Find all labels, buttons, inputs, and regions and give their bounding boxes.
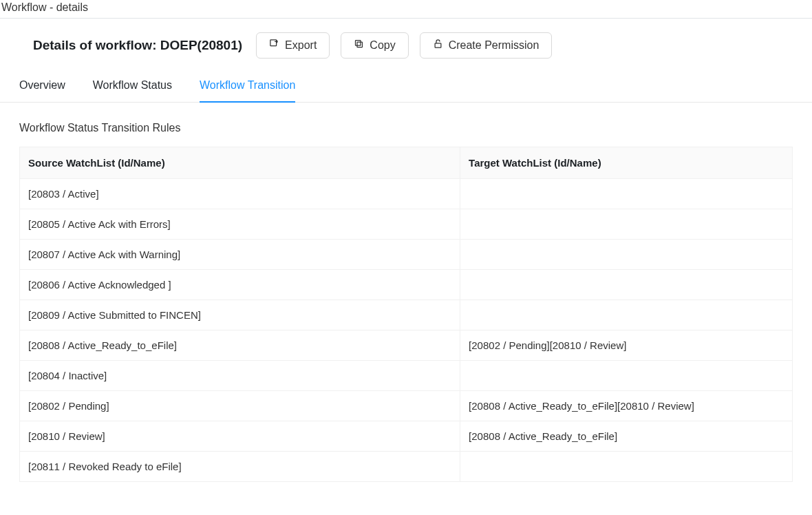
svg-rect-3	[435, 43, 441, 48]
source-cell: [20809 / Active Submitted to FINCEN]	[20, 300, 460, 330]
page-header: Details of workflow: DOEP(20801) Export …	[0, 19, 812, 67]
table-row: [20807 / Active Ack with Warning]	[20, 240, 793, 270]
target-cell	[460, 209, 793, 240]
svg-rect-2	[356, 41, 361, 46]
export-icon	[269, 38, 279, 53]
lock-icon	[433, 38, 443, 53]
column-header-source: Source WatchList (Id/Name)	[20, 147, 460, 179]
table-row: [20809 / Active Submitted to FINCEN]	[20, 300, 793, 330]
export-button[interactable]: Export	[256, 32, 330, 59]
source-cell: [20805 / Active Ack with Errors]	[20, 209, 460, 240]
target-cell	[460, 240, 793, 270]
target-cell	[460, 452, 793, 482]
create-permission-button[interactable]: Create Permission	[420, 32, 553, 59]
table-row: [20802 / Pending][20808 / Active_Ready_t…	[20, 391, 793, 421]
export-button-label: Export	[285, 38, 317, 53]
tabs: Overview Workflow Status Workflow Transi…	[0, 67, 812, 103]
target-cell: [20808 / Active_Ready_to_eFile][20810 / …	[460, 391, 793, 421]
table-row: [20806 / Active Acknowledged ]	[20, 270, 793, 300]
target-cell	[460, 361, 793, 391]
svg-rect-1	[357, 42, 363, 48]
source-cell: [20807 / Active Ack with Warning]	[20, 240, 460, 270]
table-row: [20811 / Revoked Ready to eFile]	[20, 452, 793, 482]
copy-button[interactable]: Copy	[341, 32, 408, 59]
table-row: [20804 / Inactive]	[20, 361, 793, 391]
target-cell	[460, 270, 793, 300]
source-cell: [20806 / Active Acknowledged ]	[20, 270, 460, 300]
source-cell: [20803 / Active]	[20, 179, 460, 209]
table-row: [20803 / Active]	[20, 179, 793, 209]
column-header-target: Target WatchList (Id/Name)	[460, 147, 793, 179]
transition-rules-table: Source WatchList (Id/Name) Target WatchL…	[19, 147, 793, 482]
source-cell: [20802 / Pending]	[20, 391, 460, 421]
copy-icon	[354, 38, 364, 53]
source-cell: [20811 / Revoked Ready to eFile]	[20, 452, 460, 482]
tab-workflow-transition[interactable]: Workflow Transition	[200, 72, 295, 103]
target-cell	[460, 300, 793, 330]
table-row: [20810 / Review][20808 / Active_Ready_to…	[20, 421, 793, 452]
source-cell: [20804 / Inactive]	[20, 361, 460, 391]
table-row: [20808 / Active_Ready_to_eFile][20802 / …	[20, 330, 793, 361]
source-cell: [20810 / Review]	[20, 421, 460, 452]
tab-overview[interactable]: Overview	[19, 72, 65, 103]
page-title: Details of workflow: DOEP(20801)	[33, 38, 242, 53]
target-cell	[460, 179, 793, 209]
svg-rect-0	[270, 40, 277, 46]
target-cell: [20802 / Pending][20810 / Review]	[460, 330, 793, 361]
tab-workflow-status[interactable]: Workflow Status	[93, 72, 172, 103]
create-permission-button-label: Create Permission	[449, 38, 539, 53]
section-title: Workflow Status Transition Rules	[19, 122, 793, 134]
content: Workflow Status Transition Rules Source …	[0, 103, 812, 482]
breadcrumb: Workflow - details	[0, 0, 812, 19]
source-cell: [20808 / Active_Ready_to_eFile]	[20, 330, 460, 361]
copy-button-label: Copy	[370, 38, 395, 53]
target-cell: [20808 / Active_Ready_to_eFile]	[460, 421, 793, 452]
table-row: [20805 / Active Ack with Errors]	[20, 209, 793, 240]
